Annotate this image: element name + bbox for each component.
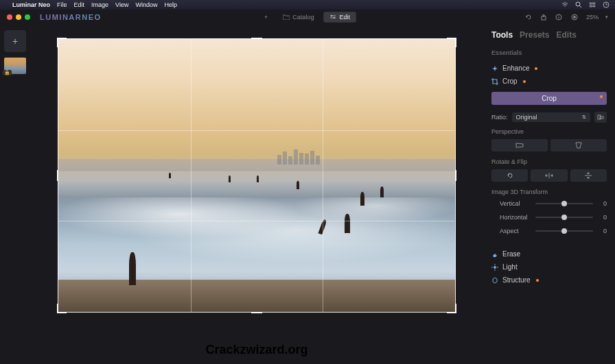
perspective-vertical-button[interactable] — [550, 139, 607, 151]
menubar-edit[interactable]: Edit — [74, 1, 85, 8]
canvas-area: Crackzwizard.org — [30, 25, 483, 364]
tool-structure[interactable]: Structure — [491, 274, 607, 287]
tool-light-label: Light — [502, 263, 518, 271]
slider-aspect[interactable]: Aspect 0 — [491, 227, 607, 235]
slider-vertical-label: Vertical — [500, 200, 530, 207]
structure-icon — [491, 277, 498, 284]
flip-vertical-button[interactable] — [570, 169, 607, 182]
menubar-view[interactable]: View — [115, 1, 128, 8]
svg-rect-2 — [590, 3, 592, 4]
export-icon[interactable] — [539, 13, 548, 21]
maximize-window-button[interactable] — [25, 14, 30, 20]
rotate-button[interactable] — [491, 169, 528, 182]
add-photo-button[interactable]: + — [4, 30, 26, 52]
filmstrip: + 🔒 — [0, 25, 30, 364]
slider-aspect-label: Aspect — [500, 228, 530, 234]
slider-horizontal[interactable]: Horizontal 0 — [491, 213, 607, 221]
menubar-app-name[interactable]: Luminar Neo — [12, 1, 50, 8]
compare-icon[interactable] — [570, 13, 579, 21]
tab-tools[interactable]: Tools — [491, 30, 513, 40]
slider-horizontal-label: Horizontal — [500, 214, 530, 221]
edit-label: Edit — [339, 14, 350, 21]
perspective-horizontal-button[interactable] — [491, 139, 548, 151]
slider-knob[interactable] — [561, 201, 567, 206]
flip-h-icon — [545, 172, 553, 179]
wifi-icon[interactable] — [561, 1, 568, 8]
minimize-window-button[interactable] — [16, 14, 21, 20]
close-window-button[interactable] — [7, 14, 12, 20]
enhance-icon — [491, 65, 498, 72]
crop-apply-label: Crop — [542, 95, 557, 102]
undo-icon[interactable] — [524, 13, 533, 21]
catalog-mode-button[interactable]: Catalog — [277, 12, 319, 22]
tool-erase-label: Erase — [502, 250, 520, 258]
window-titlebar: LUMINARNEO + Catalog Edit 25% ▾ — [0, 10, 615, 25]
svg-point-18 — [573, 16, 576, 19]
plus-icon: + — [12, 36, 18, 47]
menubar-image[interactable]: Image — [91, 1, 108, 8]
info-icon[interactable] — [555, 13, 563, 21]
rotate-flip-label: Rotate & Flip — [491, 158, 607, 165]
catalog-label: Catalog — [292, 14, 314, 21]
slider-aspect-value: 0 — [599, 228, 607, 234]
crop-icon — [491, 78, 498, 85]
photo-preview — [58, 38, 456, 313]
crop-apply-button[interactable]: Crop — [491, 92, 607, 105]
lock-icon: 🔒 — [3, 70, 12, 75]
clock-icon[interactable] — [603, 1, 610, 8]
macos-menubar: Luminar Neo File Edit Image View Window … — [0, 0, 615, 10]
tool-light[interactable]: Light — [491, 260, 607, 274]
slider-vertical[interactable]: Vertical 0 — [491, 199, 607, 208]
svg-rect-3 — [592, 3, 595, 4]
modified-indicator-icon — [523, 80, 526, 83]
modified-indicator-icon — [600, 95, 603, 98]
light-icon — [491, 264, 498, 271]
search-icon[interactable] — [575, 1, 582, 8]
edit-mode-button[interactable]: Edit — [323, 12, 356, 23]
swap-orientation-button[interactable] — [594, 112, 607, 123]
folder-icon — [283, 14, 290, 20]
slider-knob[interactable] — [561, 228, 567, 234]
rotate-icon — [506, 172, 514, 179]
tool-enhance[interactable]: Enhance — [491, 62, 607, 75]
svg-point-0 — [576, 2, 580, 6]
essentials-section-label: Essentials — [491, 49, 607, 56]
tab-presets[interactable]: Presets — [520, 30, 549, 40]
canvas[interactable] — [58, 38, 456, 313]
svg-rect-4 — [590, 5, 592, 7]
svg-point-23 — [494, 266, 496, 269]
tool-erase[interactable]: Erase — [491, 247, 607, 260]
watermark-text: Crackzwizard.org — [205, 343, 308, 357]
tab-edits[interactable]: Edits — [556, 30, 576, 40]
swap-icon — [597, 114, 604, 121]
transform-label: Image 3D Transform — [491, 189, 607, 195]
slider-knob[interactable] — [561, 215, 567, 220]
menubar-file[interactable]: File — [57, 1, 67, 8]
ratio-select[interactable]: Original ⇅ — [512, 112, 590, 122]
zoom-level[interactable]: 25% — [586, 14, 599, 21]
menubar-help[interactable]: Help — [164, 1, 177, 8]
crop-subpanel: Crop Ratio: Original ⇅ Perspective — [491, 88, 607, 247]
modified-indicator-icon — [535, 67, 537, 70]
svg-point-11 — [331, 15, 332, 16]
perspective-label: Perspective — [491, 128, 607, 135]
perspective-v-icon — [574, 142, 583, 149]
ratio-value: Original — [516, 114, 537, 121]
flip-horizontal-button[interactable] — [531, 169, 567, 182]
svg-line-1 — [580, 6, 582, 8]
slider-horizontal-value: 0 — [599, 214, 607, 221]
control-center-icon[interactable] — [589, 1, 596, 8]
svg-point-12 — [334, 17, 335, 19]
chevron-updown-icon: ⇅ — [582, 114, 586, 120]
app-title: LUMINARNEO — [40, 13, 102, 21]
right-panel: Tools Presets Edits Essentials Enhance C… — [483, 25, 615, 364]
menubar-window[interactable]: Window — [135, 1, 157, 8]
photo-thumbnail[interactable]: 🔒 — [4, 58, 26, 74]
flip-v-icon — [584, 172, 592, 179]
add-image-button[interactable]: + — [259, 12, 273, 22]
perspective-h-icon — [515, 142, 524, 149]
tool-crop[interactable]: Crop — [491, 75, 607, 88]
erase-icon — [491, 251, 498, 258]
tool-enhance-label: Enhance — [502, 64, 529, 72]
chevron-down-icon[interactable]: ▾ — [605, 14, 608, 20]
